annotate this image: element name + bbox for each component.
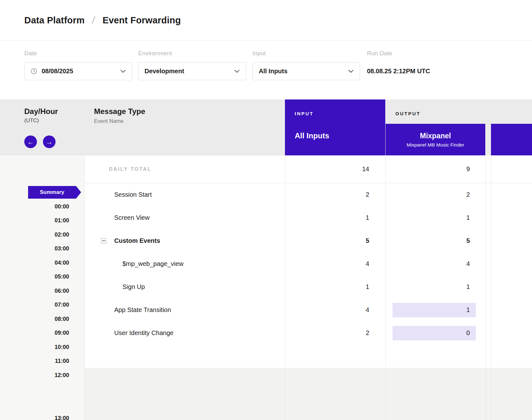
hour-row[interactable]: 13:00 (0, 411, 84, 420)
chevron-down-icon (348, 69, 354, 73)
input-dropdown[interactable]: All Inputs (252, 62, 360, 80)
next-day-button[interactable]: → (43, 135, 56, 148)
table-header: Day/Hour (UTC) ← → Message Type Event Na… (0, 99, 532, 155)
table-row: $mp_web_page_view 4 4 (85, 252, 532, 275)
hour-row[interactable]: 02:00 (0, 228, 84, 242)
input-column-header: INPUT All Inputs (285, 99, 385, 155)
hour-row[interactable]: 10:00 (0, 340, 84, 354)
hour-label: 13:00 (55, 415, 69, 420)
hour-row[interactable]: 09:00 (0, 326, 84, 340)
run-date-value: 08.08.25 2:12PM UTC (367, 62, 471, 80)
input-filter-group: Input All Inputs (252, 50, 360, 80)
table-row: Session Start 2 2 (85, 183, 532, 206)
hour-row[interactable]: 00:00 (0, 200, 84, 214)
page-title: Event Forwarding (103, 15, 181, 26)
event-name: $mp_web_page_view (122, 260, 183, 267)
run-date-group: Run Date 08.08.25 2:12PM UTC (367, 50, 471, 80)
input-count: 1 (366, 283, 369, 291)
message-type-title: Message Type (94, 107, 145, 116)
table-row: Sign Up 1 1 (85, 275, 532, 298)
output-count: 5 (466, 237, 470, 244)
day-hour-header: Day/Hour (UTC) (24, 107, 58, 124)
date-filter-group: Date 08/08/2025 (24, 50, 132, 80)
filter-bar: Date 08/08/2025 Environment Development … (0, 41, 532, 99)
environment-value: Development (145, 68, 184, 75)
hour-label: 05:00 (55, 273, 69, 280)
message-type-header: Message Type Event Name (94, 107, 145, 124)
hour-label: 10:00 (55, 344, 69, 351)
top-bar: Data Platform / Event Forwarding (0, 0, 532, 41)
environment-filter-group: Environment Development (138, 50, 246, 80)
event-rows: Session Start 2 2 Screen View 1 1 Custom… (85, 183, 532, 345)
daily-total-label: DAILY TOTAL (85, 166, 285, 172)
day-hour-subtitle: (UTC) (24, 117, 58, 124)
hour-label: 09:00 (55, 330, 69, 336)
event-name: Session Start (114, 191, 152, 198)
arrow-right-icon: → (46, 139, 53, 145)
table-body: Summary 00:00 01:00 02:00 03:00 04:00 05… (0, 155, 532, 420)
table-row: User Identity Change 2 0 (85, 321, 532, 345)
hour-row[interactable]: 07:00 (0, 298, 84, 312)
output-column-header-partial (491, 124, 532, 155)
event-name: User Identity Change (114, 329, 174, 337)
chevron-down-icon (234, 69, 240, 73)
hour-label: 08:00 (55, 316, 69, 322)
output-kicker: OUTPUT (395, 111, 421, 116)
input-column-title: All Inputs (295, 131, 385, 140)
hour-row[interactable]: 01:00 (0, 214, 84, 228)
arrow-left-icon: ← (27, 139, 34, 145)
daily-total-input-count: 14 (362, 165, 385, 173)
input-count: 4 (366, 260, 369, 267)
day-hour-title: Day/Hour (24, 107, 58, 116)
summary-badge[interactable]: Summary (28, 186, 76, 199)
output-count: 0 (393, 326, 476, 340)
hour-row[interactable]: 05:00 (0, 270, 84, 284)
input-count: 1 (366, 214, 369, 221)
event-name: App State Transition (114, 306, 171, 314)
hour-label: 01:00 (55, 217, 69, 224)
hour-label: 11:00 (55, 358, 69, 364)
hour-label: 06:00 (55, 288, 69, 294)
hour-row[interactable]: 11:00 (0, 354, 84, 369)
date-value: 08/08/2025 (42, 68, 73, 75)
message-type-subtitle: Event Name (94, 118, 145, 124)
hour-label: 07:00 (55, 302, 69, 308)
hour-row[interactable]: 08:00 (0, 312, 84, 326)
event-name: Custom Events (114, 237, 160, 244)
hour-label: 00:00 (55, 203, 69, 210)
hour-row[interactable]: 06:00 (0, 284, 84, 298)
input-count: 2 (366, 329, 369, 337)
summary-row: Summary (0, 185, 84, 200)
input-filter-label: Input (252, 50, 360, 57)
input-kicker: INPUT (295, 111, 385, 116)
clock-icon (31, 68, 37, 75)
input-count: 5 (366, 237, 369, 244)
daily-total-row: DAILY TOTAL 14 9 (85, 155, 532, 183)
table-row: Custom Events 5 5 (85, 229, 532, 252)
date-dropdown[interactable]: 08/08/2025 (24, 62, 132, 80)
date-filter-label: Date (24, 50, 132, 57)
hour-label: 12:00 (55, 372, 69, 379)
environment-dropdown[interactable]: Development (138, 62, 246, 80)
hour-row[interactable]: 12:00 (0, 368, 84, 382)
hour-row[interactable]: 03:00 (0, 242, 84, 256)
input-value: All Inputs (259, 68, 287, 75)
collapse-minus-icon[interactable] (101, 238, 106, 243)
daily-total-output-count: 9 (466, 165, 485, 173)
run-date-label: Run Date (367, 50, 471, 57)
output-count: 4 (466, 260, 470, 267)
breadcrumb: Data Platform / Event Forwarding (24, 15, 181, 26)
breadcrumb-link-data-platform[interactable]: Data Platform (24, 15, 85, 26)
table-row: Screen View 1 1 (85, 206, 532, 229)
output-column-subtitle: Mixpanel MB Music Finder (407, 142, 464, 148)
event-name: Sign Up (122, 283, 145, 291)
time-panel: Summary 00:00 01:00 02:00 03:00 04:00 05… (0, 155, 85, 420)
hour-row[interactable]: 04:00 (0, 256, 84, 270)
hour-label: 03:00 (55, 245, 69, 252)
hour-list: Summary 00:00 01:00 02:00 03:00 04:00 05… (0, 185, 84, 420)
previous-day-button[interactable]: ← (24, 135, 37, 148)
table-grid: DAILY TOTAL 14 9 Session Start 2 2 Scree… (85, 155, 532, 420)
table-footer-strip (85, 368, 532, 420)
chevron-down-icon (120, 69, 126, 73)
output-count: 1 (466, 283, 470, 291)
